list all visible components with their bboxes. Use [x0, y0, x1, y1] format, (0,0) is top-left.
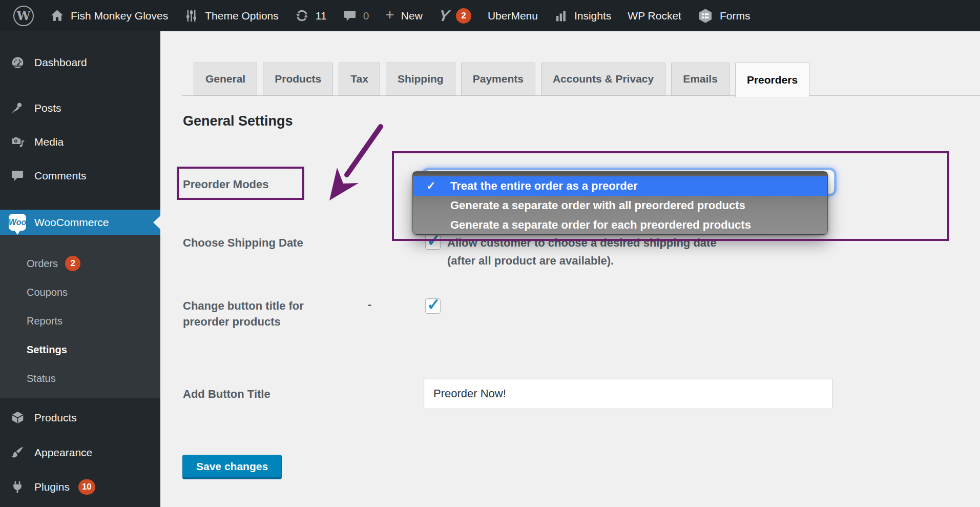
- current-menu-arrow: [153, 216, 160, 229]
- pushpin-icon: [9, 102, 26, 115]
- annotation-rectangle-dropdown: [392, 151, 949, 241]
- sidebar-subitem-coupons[interactable]: Coupons: [0, 282, 160, 302]
- theme-options-label: Theme Options: [205, 10, 279, 22]
- new-label: New: [401, 10, 423, 22]
- site-name-label: Fish Monkey Gloves: [71, 10, 168, 22]
- forms-hexagon-icon: [698, 8, 713, 24]
- theme-options-menu[interactable]: Theme Options: [176, 0, 287, 31]
- orders-label: Orders: [27, 258, 58, 270]
- label-separator-dash: -: [368, 298, 371, 311]
- sidebar-subitem-orders[interactable]: Orders 2: [0, 254, 160, 273]
- sidebar-subitem-settings[interactable]: Settings: [0, 340, 160, 359]
- annotation-rectangle-label: [177, 167, 304, 200]
- settings-content: General Products Tax Shipping Payments A…: [160, 31, 980, 507]
- tab-tax[interactable]: Tax: [339, 63, 380, 95]
- sidebar-item-posts[interactable]: Posts: [0, 95, 160, 120]
- orders-count-badge: 2: [65, 256, 80, 271]
- new-content-menu[interactable]: + New: [377, 0, 431, 31]
- wordpress-logo-icon: W: [13, 6, 34, 26]
- checkmark-icon: ✓: [427, 295, 441, 314]
- updates-count: 11: [316, 10, 327, 22]
- admin-bar: W Fish Monkey Gloves Theme Options 11 0 …: [0, 0, 980, 31]
- change-button-title-checkbox[interactable]: ✓: [425, 298, 441, 314]
- woocommerce-logo-icon: Woo: [9, 214, 26, 231]
- tab-emails[interactable]: Emails: [671, 63, 729, 95]
- sidebar-label-comments: Comments: [34, 170, 87, 182]
- sidebar-label-appearance: Appearance: [34, 447, 92, 459]
- yoast-icon: Y: [438, 8, 450, 24]
- comments-bubble-icon: [9, 169, 26, 182]
- tab-payments[interactable]: Payments: [461, 63, 535, 95]
- settings-tab-bar: General Products Tax Shipping Payments A…: [194, 63, 809, 97]
- settings-label: Settings: [27, 344, 67, 356]
- insights-label: Insights: [574, 10, 611, 22]
- updates-menu[interactable]: 11: [287, 0, 335, 31]
- products-cube-icon: [9, 411, 26, 424]
- page-title: General Settings: [183, 113, 293, 129]
- bar-chart-icon: [554, 9, 568, 23]
- wp-rocket-label: WP Rocket: [628, 10, 681, 22]
- sliders-icon: [184, 9, 198, 23]
- paintbrush-icon: [9, 445, 26, 459]
- sidebar-subitem-status[interactable]: Status: [0, 369, 160, 388]
- sidebar-label-products: Products: [34, 412, 77, 424]
- sidebar-label-posts: Posts: [34, 102, 61, 114]
- sidebar-item-woocommerce[interactable]: Woo WooCommerce: [0, 210, 160, 235]
- sidebar-item-dashboard[interactable]: Dashboard: [0, 50, 160, 75]
- admin-sidebar: Dashboard Posts Media Comments Woo WooCo…: [0, 31, 160, 507]
- sidebar-label-woocommerce: WooCommerce: [34, 216, 109, 229]
- sidebar-label-dashboard: Dashboard: [34, 56, 87, 69]
- save-changes-button[interactable]: Save changes: [182, 455, 282, 479]
- sidebar-item-appearance[interactable]: Appearance: [0, 440, 160, 465]
- wp-logo-menu[interactable]: W: [5, 0, 42, 31]
- reports-label: Reports: [27, 315, 62, 327]
- tab-general[interactable]: General: [194, 63, 257, 95]
- plugin-icon: [9, 480, 26, 494]
- comments-menu[interactable]: 0: [335, 0, 378, 31]
- yoast-seo-menu[interactable]: Y 2: [431, 0, 479, 31]
- insights-menu[interactable]: Insights: [546, 0, 619, 31]
- yoast-notification-badge: 2: [456, 8, 471, 24]
- tab-shipping[interactable]: Shipping: [386, 63, 455, 95]
- wordpress-admin-screen: { "admin_bar": { "wp_logo_letter": "W", …: [0, 0, 980, 507]
- add-button-title-label: Add Button Title: [183, 386, 270, 402]
- sidebar-label-plugins: Plugins: [34, 481, 70, 493]
- coupons-label: Coupons: [27, 287, 68, 298]
- dashboard-gauge-icon: [9, 55, 26, 69]
- forms-label: Forms: [720, 10, 750, 22]
- comment-bubble-icon: [343, 9, 357, 23]
- sidebar-label-media: Media: [34, 136, 64, 148]
- add-button-title-input[interactable]: [424, 378, 833, 409]
- sidebar-item-comments[interactable]: Comments: [0, 163, 160, 188]
- home-icon: [50, 9, 64, 23]
- plus-icon: +: [385, 7, 394, 23]
- media-camera-icon: [9, 135, 26, 149]
- wp-rocket-menu[interactable]: WP Rocket: [619, 0, 690, 31]
- tab-preorders[interactable]: Preorders: [735, 63, 809, 97]
- update-refresh-icon: [295, 9, 309, 23]
- forms-menu[interactable]: Forms: [690, 0, 759, 31]
- site-name-menu[interactable]: Fish Monkey Gloves: [42, 0, 176, 31]
- tab-products[interactable]: Products: [263, 63, 333, 95]
- sidebar-item-plugins[interactable]: Plugins 10: [0, 474, 160, 499]
- ubermenu-label: UberMenu: [488, 10, 538, 22]
- status-label: Status: [27, 373, 56, 384]
- tab-accounts-privacy[interactable]: Accounts & Privacy: [541, 63, 665, 95]
- sidebar-item-media[interactable]: Media: [0, 129, 160, 154]
- change-button-title-label: Change button title for preorder product…: [183, 298, 326, 330]
- choose-shipping-date-label: Choose Shipping Date: [183, 235, 303, 251]
- sidebar-item-products[interactable]: Products: [0, 405, 160, 430]
- plugins-count-badge: 10: [78, 479, 95, 495]
- comments-count: 0: [363, 10, 369, 22]
- ubermenu-menu[interactable]: UberMenu: [479, 0, 546, 31]
- sidebar-subitem-reports[interactable]: Reports: [0, 311, 160, 331]
